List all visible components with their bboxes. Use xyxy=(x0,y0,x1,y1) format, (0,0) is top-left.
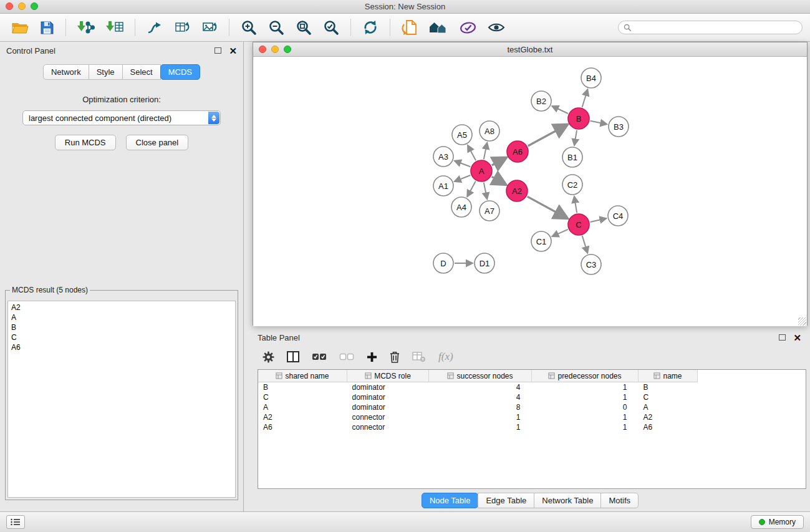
graph-node-C4[interactable]: C4 xyxy=(608,206,628,226)
table-cell[interactable]: connector xyxy=(347,422,429,432)
table-row-C[interactable]: Cdominator41C xyxy=(258,392,806,402)
table-cell[interactable]: 1 xyxy=(429,412,532,422)
mcds-result-item-C[interactable]: C xyxy=(11,332,232,342)
graph-node-D1[interactable]: D1 xyxy=(475,253,494,273)
table-row-A2[interactable]: A2connector11A2 xyxy=(258,412,806,422)
node-table-container[interactable]: shared nameMCDS rolesuccessor nodesprede… xyxy=(258,369,806,489)
tab-network-table[interactable]: Network Table xyxy=(534,493,601,508)
zoom-window-button[interactable] xyxy=(31,2,38,10)
graph-node-A1[interactable]: A1 xyxy=(433,176,453,196)
table-cell[interactable]: connector xyxy=(347,412,429,422)
edge-C-C3[interactable] xyxy=(582,236,588,253)
table-cell[interactable]: A6 xyxy=(258,422,347,432)
mcds-result-list[interactable]: A2ABCA6 xyxy=(7,301,236,498)
table-cell[interactable]: C xyxy=(258,392,347,402)
search-field[interactable] xyxy=(618,21,803,34)
edge-A-A1[interactable] xyxy=(455,175,471,181)
column-header-shared-name[interactable]: shared name xyxy=(258,370,347,382)
mcds-result-item-A2[interactable]: A2 xyxy=(11,302,232,312)
table-cell[interactable]: C xyxy=(639,392,698,402)
show-columns-button[interactable] xyxy=(287,351,299,362)
zoom-network-window-button[interactable] xyxy=(284,46,291,53)
table-cell[interactable]: A xyxy=(639,402,698,412)
select-all-button[interactable] xyxy=(312,352,327,361)
apply-layout-button[interactable] xyxy=(143,19,166,36)
graph-node-A5[interactable]: A5 xyxy=(452,125,472,145)
run-mcds-button[interactable]: Run MCDS xyxy=(55,135,116,150)
table-cell[interactable]: 1 xyxy=(532,412,639,422)
table-cell[interactable]: A2 xyxy=(639,412,698,422)
tab-motifs[interactable]: Motifs xyxy=(600,493,639,508)
edge-A-A6[interactable] xyxy=(492,157,507,165)
edge-A-A3[interactable] xyxy=(455,161,470,167)
graph-node-A8[interactable]: A8 xyxy=(480,121,499,141)
graph-node-A[interactable]: A xyxy=(471,160,492,181)
graph-node-C3[interactable]: C3 xyxy=(581,254,601,274)
graph-node-C1[interactable]: C1 xyxy=(531,231,551,251)
tab-network[interactable]: Network xyxy=(43,64,89,80)
table-cell[interactable]: 1 xyxy=(532,382,639,393)
table-cell[interactable]: dominator xyxy=(347,392,429,402)
import-table-button[interactable] xyxy=(102,19,127,36)
column-header-successor-nodes[interactable]: successor nodes xyxy=(429,370,532,382)
network-canvas[interactable]: B4B2BB3A5A8A6B1A3AC2A1A2A4A7C4CC1C3DD1 xyxy=(253,57,807,326)
optimization-criterion-select[interactable]: largest connected component (directed) xyxy=(22,110,221,125)
close-table-panel-icon[interactable]: ✕ xyxy=(793,333,801,342)
open-session-button[interactable] xyxy=(7,19,32,36)
table-cell[interactable]: B xyxy=(639,382,698,393)
table-cell[interactable]: B xyxy=(258,382,347,393)
mcds-result-item-A[interactable]: A xyxy=(11,312,232,322)
graph-node-B[interactable]: B xyxy=(568,108,589,129)
import-network-table-button[interactable] xyxy=(170,19,194,36)
mcds-result-item-A6[interactable]: A6 xyxy=(11,342,232,352)
tab-style[interactable]: Style xyxy=(89,64,123,80)
table-cell[interactable]: dominator xyxy=(347,382,429,393)
save-session-button[interactable] xyxy=(36,19,58,36)
edge-A2-C[interactable] xyxy=(528,196,568,218)
edge-C-C1[interactable] xyxy=(552,230,567,236)
table-cell[interactable]: 4 xyxy=(429,382,532,393)
minimize-network-window-button[interactable] xyxy=(271,46,279,53)
delete-column-button[interactable] xyxy=(390,351,400,363)
graph-node-C2[interactable]: C2 xyxy=(562,175,582,195)
graph-node-A7[interactable]: A7 xyxy=(480,201,499,221)
float-panel-icon[interactable] xyxy=(215,47,221,54)
table-cell[interactable]: 8 xyxy=(429,402,532,412)
graph-node-A6[interactable]: A6 xyxy=(507,141,528,162)
column-header-predecessor-nodes[interactable]: predecessor nodes xyxy=(532,370,639,382)
edge-B-B3[interactable] xyxy=(591,121,607,124)
edge-A-A4[interactable] xyxy=(467,181,476,197)
table-row-A6[interactable]: A6connector11A6 xyxy=(258,422,806,432)
table-mode-button[interactable] xyxy=(263,351,274,363)
table-row-A[interactable]: Adominator80A xyxy=(258,402,806,412)
column-header-name[interactable]: name xyxy=(639,370,698,382)
edge-B-B1[interactable] xyxy=(574,130,577,145)
deselect-all-button[interactable] xyxy=(339,352,354,361)
edge-B-B4[interactable] xyxy=(582,89,588,107)
home-button[interactable] xyxy=(425,19,452,36)
tab-select[interactable]: Select xyxy=(122,64,161,80)
graph-node-A2[interactable]: A2 xyxy=(506,180,528,201)
refresh-view-button[interactable] xyxy=(359,18,382,37)
table-cell[interactable]: A6 xyxy=(639,422,698,432)
edge-A6-B[interactable] xyxy=(528,125,568,147)
export-network-button[interactable] xyxy=(398,18,421,37)
column-header-MCDS-role[interactable]: MCDS role xyxy=(347,370,429,382)
graph-node-C[interactable]: C xyxy=(568,214,589,235)
memory-button[interactable]: Memory xyxy=(751,515,804,529)
graph-node-D[interactable]: D xyxy=(433,253,453,273)
add-column-button[interactable] xyxy=(367,352,377,362)
minimize-window-button[interactable] xyxy=(18,2,26,10)
zoom-in-button[interactable] xyxy=(237,18,261,37)
close-panel-button[interactable]: Close panel xyxy=(126,135,189,150)
function-builder-button[interactable]: f(x) xyxy=(438,351,453,363)
tab-node-table[interactable]: Node Table xyxy=(422,493,479,508)
mcds-result-item-B[interactable]: B xyxy=(11,322,232,332)
table-cell[interactable]: 0 xyxy=(532,402,639,412)
edge-A-A8[interactable] xyxy=(484,143,487,160)
close-network-window-button[interactable] xyxy=(259,46,266,53)
graph-node-A3[interactable]: A3 xyxy=(433,147,453,167)
edge-A-A2[interactable] xyxy=(492,177,506,185)
table-cell[interactable]: 1 xyxy=(532,392,639,402)
table-cell[interactable]: 4 xyxy=(429,392,532,402)
